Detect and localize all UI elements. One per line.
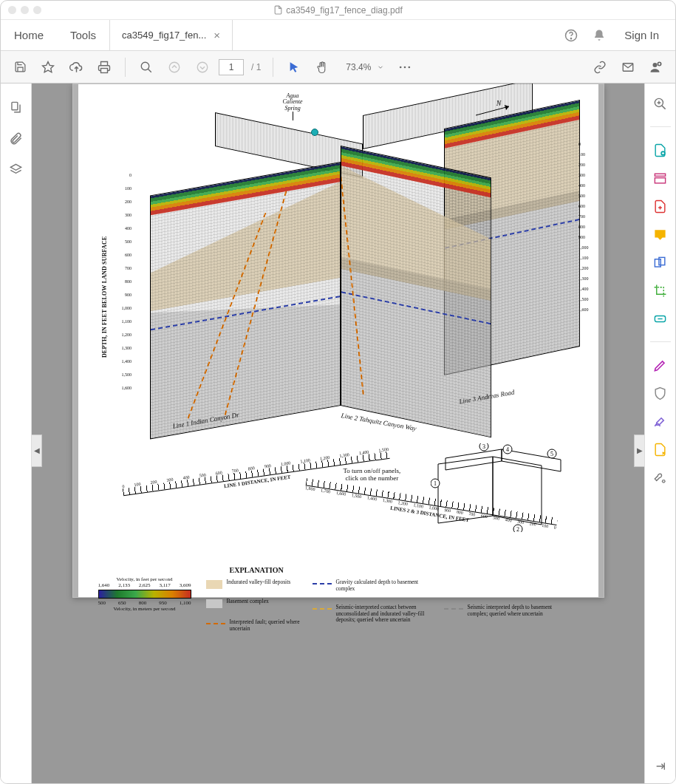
- page-up-icon[interactable]: [163, 55, 186, 79]
- link-icon[interactable]: [588, 55, 612, 79]
- close-icon[interactable]: ×: [214, 29, 220, 41]
- window-titlebar: ca3549_fig17_fence_diag.pdf: [1, 1, 675, 20]
- home-button[interactable]: Home: [1, 20, 57, 50]
- create-pdf-icon[interactable]: [652, 198, 669, 214]
- tab-label: ca3549_fig17_fen...: [122, 30, 206, 41]
- page-down-icon[interactable]: [191, 55, 214, 79]
- thumbnails-icon[interactable]: [7, 98, 25, 116]
- page-viewer[interactable]: ◀ ▶ N Agua Caliente Spring: [32, 83, 644, 784]
- svg-marker-2: [43, 61, 54, 72]
- window-controls[interactable]: [8, 6, 41, 14]
- velocity-scale: Velocity, in feet per second 1,6402,1332…: [98, 576, 191, 612]
- svg-point-9: [404, 66, 406, 68]
- send-icon[interactable]: [652, 441, 669, 457]
- pdf-page: N Agua Caliente Spring: [72, 83, 604, 598]
- fence-diagram: N Agua Caliente Spring: [89, 99, 587, 454]
- protect-icon[interactable]: [652, 385, 669, 401]
- zoom-dropdown[interactable]: 73.4%: [338, 55, 389, 79]
- page-total: / 1: [248, 62, 264, 72]
- panel-1[interactable]: [150, 162, 341, 439]
- export-pdf-icon[interactable]: [652, 142, 669, 158]
- search-icon[interactable]: [134, 55, 158, 79]
- crop-icon[interactable]: [652, 282, 669, 299]
- legend-seis-contact: Seismic-interpreted contact between unco…: [313, 604, 431, 624]
- document-tab[interactable]: ca3549_fig17_fen... ×: [109, 20, 233, 50]
- svg-point-7: [197, 62, 208, 72]
- layers-icon[interactable]: [7, 160, 25, 178]
- cloud-upload-icon[interactable]: [64, 55, 88, 79]
- sign-icon[interactable]: [652, 357, 669, 373]
- svg-point-10: [409, 66, 411, 68]
- svg-point-6: [169, 62, 180, 72]
- svg-text:4: 4: [506, 446, 509, 453]
- save-icon[interactable]: [8, 55, 32, 79]
- svg-line-5: [148, 69, 151, 72]
- left-rail: [1, 83, 32, 784]
- legend-heading: EXPLANATION: [230, 566, 284, 574]
- star-icon[interactable]: [36, 55, 60, 79]
- svg-rect-3: [101, 68, 108, 72]
- pdf-icon: [273, 5, 283, 15]
- svg-text:1: 1: [434, 480, 437, 487]
- collapse-left-icon[interactable]: ◀: [32, 434, 42, 467]
- min-dot[interactable]: [21, 6, 29, 14]
- legend-gravity: Gravity calculated depth to basement com…: [313, 579, 423, 592]
- tools-button[interactable]: Tools: [57, 20, 109, 50]
- panel-2[interactable]: [341, 146, 491, 437]
- organize-icon[interactable]: [652, 170, 669, 186]
- combine-icon[interactable]: [652, 254, 669, 270]
- page-input[interactable]: [219, 59, 244, 75]
- legend-indurated: Indurated valley-fill deposits: [206, 579, 317, 589]
- help-icon[interactable]: [562, 27, 580, 44]
- svg-rect-38: [655, 177, 665, 183]
- panel-toggle-diagram: 1 2 3 4 5: [431, 443, 571, 532]
- svg-point-8: [400, 66, 402, 68]
- svg-rect-37: [655, 174, 665, 176]
- svg-rect-40: [659, 257, 665, 265]
- svg-rect-39: [655, 259, 660, 266]
- spring-marker: [311, 129, 318, 136]
- select-tool-icon[interactable]: [282, 55, 306, 79]
- toggle-hint: To turn on/off panels, click on the numb…: [344, 467, 401, 482]
- svg-rect-14: [12, 102, 18, 109]
- zoom-value: 73.4%: [343, 61, 374, 74]
- close-dot[interactable]: [8, 6, 16, 14]
- depth-axis-label: DEPTH, IN FEET BELOW LAND SURFACE: [101, 236, 108, 358]
- add-user-icon[interactable]: [644, 55, 668, 79]
- bell-icon[interactable]: [590, 27, 608, 44]
- max-dot[interactable]: [33, 6, 41, 14]
- svg-point-1: [571, 38, 572, 38]
- main-shell: ◀ ▶ N Agua Caliente Spring: [1, 83, 675, 784]
- spring-label: Agua Caliente Spring: [283, 93, 303, 112]
- print-icon[interactable]: [92, 55, 116, 79]
- legend-seis-depth: Seismic interpreted depth to basement co…: [444, 604, 555, 617]
- nav-row: Home Tools ca3549_fig17_fen... × Sign In: [1, 20, 675, 51]
- svg-text:5: 5: [550, 451, 553, 457]
- svg-text:3: 3: [482, 443, 485, 450]
- sign-in-button[interactable]: Sign In: [618, 29, 665, 41]
- legend-basement: Basement complex: [206, 599, 317, 608]
- svg-line-33: [662, 105, 666, 109]
- legend-fault: Interpreted fault; queried where uncerta…: [206, 619, 317, 632]
- comment-icon[interactable]: [652, 226, 669, 242]
- svg-marker-15: [10, 164, 21, 170]
- toolbar: / 1 73.4%: [1, 51, 675, 83]
- more-tools-icon[interactable]: [652, 469, 669, 485]
- zoom-tool-icon[interactable]: [652, 95, 669, 112]
- redact-icon[interactable]: [652, 310, 669, 327]
- chevron-down-icon: [377, 64, 384, 71]
- window-title: ca3549_fig17_fence_diag.pdf: [286, 5, 402, 16]
- hand-tool-icon[interactable]: [310, 55, 334, 79]
- depth-axis-right: 01002003004005006007008009001,0001,1001,…: [578, 142, 589, 318]
- depth-axis-left: 01002003004005006007008009001,0001,1001,…: [122, 173, 132, 399]
- expand-rail-icon[interactable]: [652, 758, 669, 774]
- right-rail: [644, 83, 675, 784]
- mail-icon[interactable]: [616, 55, 640, 79]
- svg-text:2: 2: [516, 526, 519, 532]
- fill-sign-icon[interactable]: [652, 413, 669, 429]
- attachment-icon[interactable]: [7, 129, 25, 147]
- svg-point-4: [141, 62, 149, 70]
- collapse-right-icon[interactable]: ▶: [634, 434, 644, 467]
- more-icon[interactable]: [393, 55, 417, 79]
- svg-point-12: [653, 63, 658, 67]
